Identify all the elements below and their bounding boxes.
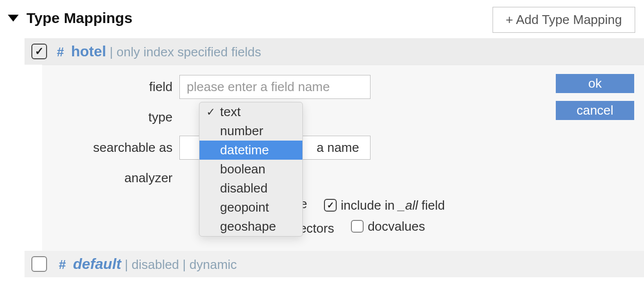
mapping-checkbox-checked[interactable]: ✓ [31, 44, 47, 59]
cancel-button[interactable]: cancel [556, 101, 634, 120]
default-qualifier: | disabled | dynamic [125, 257, 237, 272]
mapping-name-default[interactable]: default [73, 256, 121, 272]
field-name-input[interactable] [179, 75, 371, 99]
section-caret-icon[interactable] [8, 15, 19, 22]
mapping-name-hotel[interactable]: hotel [71, 43, 106, 59]
searchable-as-label: searchable as [52, 140, 179, 155]
type-option-text[interactable]: ✓text [199, 102, 302, 121]
check-icon: ✓ [206, 106, 220, 119]
section-title: Type Mappings [26, 10, 132, 26]
include-in-all-checkbox[interactable]: ✓ [324, 199, 337, 212]
mapping-header-default[interactable]: # default | disabled | dynamic [25, 251, 644, 277]
type-option-datetime[interactable]: datetime [199, 141, 302, 160]
ok-button[interactable]: ok [556, 74, 634, 93]
type-dropdown[interactable]: ✓text number datetime boolean disabled g… [199, 102, 303, 237]
type-option-number[interactable]: number [199, 121, 302, 141]
field-label: field [52, 79, 179, 95]
analyzer-label: analyzer [52, 170, 179, 186]
mapping-header-hotel[interactable]: ✓ # hotel | only index specified fields [25, 38, 644, 65]
hash-icon[interactable]: # [57, 45, 64, 59]
mapping-qualifier: | only index specified fields [110, 45, 261, 59]
searchable-as-trailing: a name [317, 140, 359, 155]
docvalues-label: docvalues [368, 219, 425, 234]
field-form: ok cancel field type searchable as a nam… [42, 65, 644, 251]
add-type-mapping-button[interactable]: + Add Type Mapping [493, 7, 635, 33]
include-in-all-label: include in _all field [341, 198, 445, 213]
type-label: type [52, 110, 179, 125]
hash-icon[interactable]: # [59, 257, 66, 272]
default-checkbox-unchecked[interactable] [31, 256, 47, 272]
type-option-disabled[interactable]: disabled [199, 179, 302, 198]
docvalues-checkbox[interactable] [351, 220, 364, 233]
type-option-geopoint[interactable]: geopoint [199, 198, 302, 217]
type-option-geoshape[interactable]: geoshape [199, 217, 302, 236]
type-option-boolean[interactable]: boolean [199, 160, 302, 179]
